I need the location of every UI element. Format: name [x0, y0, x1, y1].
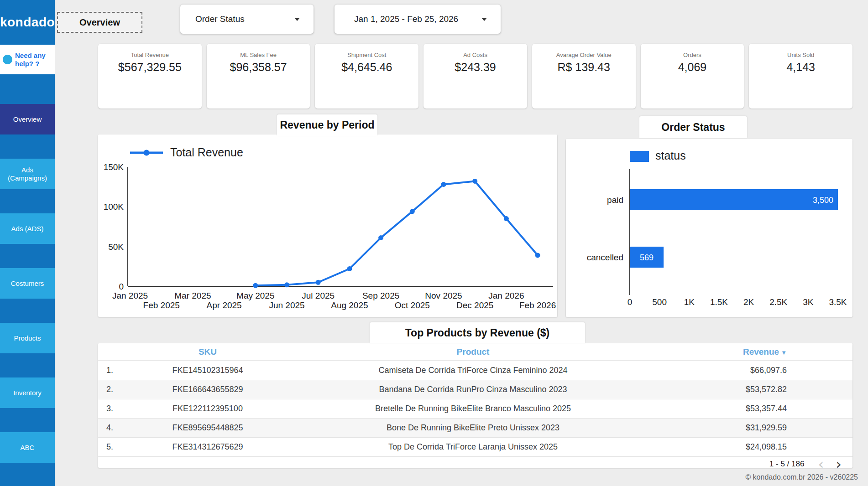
- kpi-card: Total Revenue$567,329.55: [98, 44, 202, 109]
- sidebar-item-products[interactable]: Products: [0, 323, 55, 353]
- kpi-value: $96,358.57: [207, 61, 310, 74]
- sidebar-item-abc[interactable]: ABC: [0, 432, 55, 463]
- svg-text:1K: 1K: [684, 297, 695, 307]
- svg-text:1.5K: 1.5K: [710, 297, 728, 307]
- sidebar-nav: OverviewAds (Campaigns)Ads (ADS)Costumer…: [0, 104, 55, 463]
- product-cell: Camiseta De Corrida TriForce Cinza Femin…: [285, 366, 661, 375]
- svg-text:Jan 2025: Jan 2025: [112, 291, 148, 300]
- svg-text:0: 0: [119, 282, 124, 291]
- kpi-label: ML Sales Fee: [207, 52, 310, 58]
- product-cell: Bretelle De Running BikeElite Branco Mas…: [285, 404, 661, 414]
- kpi-value: $243.39: [424, 61, 527, 74]
- svg-text:3,500: 3,500: [813, 196, 833, 205]
- row-index: 2.: [98, 385, 130, 394]
- svg-text:cancelled: cancelled: [587, 253, 623, 262]
- svg-text:Feb 2026: Feb 2026: [519, 300, 556, 310]
- dashboard: kondado Need any help? ? OverviewAds (Ca…: [0, 0, 868, 486]
- table-title: Top Products by Revenue ($): [370, 322, 585, 343]
- kpi-label: Shipment Cost: [315, 52, 418, 58]
- row-index: 5.: [98, 442, 130, 452]
- svg-text:May 2025: May 2025: [236, 291, 274, 300]
- chevron-down-icon: [481, 18, 487, 21]
- table-pagination: 1 - 5 / 186 ‹ ›: [98, 457, 852, 471]
- kpi-label: Ad Costs: [424, 52, 527, 58]
- tab-overview[interactable]: Overview: [57, 12, 142, 33]
- svg-text:500: 500: [652, 297, 667, 307]
- kpi-card: Orders4,069: [641, 44, 744, 109]
- help-label: Need any help? ?: [15, 52, 52, 67]
- table-row: 2.FKE166643655829Bandana De Corrida RunP…: [98, 380, 852, 399]
- svg-text:Jul 2025: Jul 2025: [302, 291, 335, 300]
- svg-text:Nov 2025: Nov 2025: [425, 291, 462, 300]
- revenue-cell: $24,098.15: [661, 442, 852, 452]
- row-index: 4.: [98, 423, 130, 433]
- sidebar-item-costumers[interactable]: Costumers: [0, 268, 55, 299]
- top-products-table: SKU Product Revenue▼ 1.FKE145102315964Ca…: [98, 343, 852, 468]
- kpi-value: $567,329.55: [98, 61, 202, 74]
- date-range-picker[interactable]: Jan 1, 2025 - Feb 25, 2026: [335, 5, 501, 34]
- table-row: 5.FKE314312675629Top De Corrida TriForce…: [98, 438, 852, 457]
- copyright-footer: © kondado.com.br 2026 - v260225: [745, 473, 858, 481]
- svg-text:150K: 150K: [104, 162, 124, 172]
- revenue-line-chart[interactable]: Total Revenue050K100K150KJan 2025Feb 202…: [98, 134, 557, 317]
- svg-text:569: 569: [640, 253, 654, 262]
- col-sku[interactable]: SKU: [130, 347, 285, 357]
- pagination-label: 1 - 5 / 186: [769, 460, 805, 469]
- kpi-row: Total Revenue$567,329.55ML Sales Fee$96,…: [98, 44, 852, 109]
- revenue-cell: $53,357.44: [661, 404, 852, 414]
- date-range-label: Jan 1, 2025 - Feb 25, 2026: [354, 14, 458, 24]
- product-cell: Bone De Running BikeElite Preto Unissex …: [285, 423, 661, 433]
- sort-desc-icon: ▼: [781, 349, 787, 356]
- sidebar-item-inventory[interactable]: Inventory: [0, 377, 55, 408]
- svg-text:status: status: [655, 149, 686, 162]
- product-cell: Top De Corrida TriForce Laranja Unissex …: [285, 442, 661, 452]
- table-row: 3.FKE122112395100Bretelle De Running Bik…: [98, 399, 852, 419]
- col-revenue[interactable]: Revenue▼: [661, 347, 852, 357]
- sku-cell: FKE122112395100: [130, 404, 285, 414]
- revenue-cell: $31,929.59: [661, 423, 852, 433]
- svg-text:Jun 2025: Jun 2025: [269, 300, 304, 310]
- svg-text:Feb 2025: Feb 2025: [143, 300, 180, 310]
- kpi-value: 4,143: [749, 61, 852, 74]
- kpi-card: Shipment Cost$4,645.46: [315, 44, 418, 109]
- order-status-bar-chart[interactable]: status3,500paid569cancelled05001K1.5K2K2…: [566, 139, 852, 317]
- svg-text:50K: 50K: [108, 242, 124, 252]
- svg-text:Total Revenue: Total Revenue: [170, 146, 243, 159]
- kpi-value: R$ 139.43: [532, 61, 636, 74]
- svg-text:2.5K: 2.5K: [769, 297, 787, 307]
- sidebar-item-ads-ads[interactable]: Ads (ADS): [0, 213, 55, 244]
- sidebar-item-ads-campaigns[interactable]: Ads (Campaigns): [0, 159, 55, 189]
- table-header-row: SKU Product Revenue▼: [98, 343, 852, 361]
- table-row: 4.FKE895695448825Bone De Running BikeEli…: [98, 419, 852, 438]
- kpi-label: Units Sold: [749, 52, 852, 58]
- svg-text:Dec 2025: Dec 2025: [456, 300, 493, 310]
- revenue-cell: $66,097.6: [661, 366, 852, 375]
- order-status-filter[interactable]: Order Status: [180, 5, 314, 34]
- kpi-card: Avarage Order ValueR$ 139.43: [532, 44, 636, 109]
- svg-text:Aug 2025: Aug 2025: [331, 300, 368, 310]
- kpi-label: Orders: [641, 52, 744, 58]
- help-link[interactable]: Need any help? ?: [0, 45, 55, 74]
- table-row: 1.FKE145102315964Camiseta De Corrida Tri…: [98, 361, 852, 380]
- svg-text:Mar 2025: Mar 2025: [174, 291, 211, 300]
- col-product[interactable]: Product: [285, 347, 661, 357]
- sidebar-item-overview[interactable]: Overview: [0, 104, 55, 134]
- sku-cell: FKE314312675629: [130, 442, 285, 452]
- next-page-icon[interactable]: ›: [836, 460, 842, 469]
- product-cell: Bandana De Corrida RunPro Cinza Masculin…: [285, 385, 661, 394]
- svg-text:paid: paid: [607, 195, 623, 205]
- svg-text:2K: 2K: [743, 297, 754, 307]
- sidebar: kondado Need any help? ? OverviewAds (Ca…: [0, 0, 55, 486]
- revenue-chart-title: Revenue by Period: [277, 114, 377, 136]
- svg-text:Oct 2025: Oct 2025: [395, 300, 430, 310]
- sku-cell: FKE145102315964: [130, 366, 285, 375]
- revenue-cell: $53,572.82: [661, 385, 852, 394]
- sku-cell: FKE895695448825: [130, 423, 285, 433]
- help-dot-icon: [3, 55, 12, 64]
- row-index: 3.: [98, 404, 130, 414]
- svg-text:3.5K: 3.5K: [829, 297, 847, 307]
- chevron-down-icon: [294, 18, 300, 21]
- kpi-label: Total Revenue: [98, 52, 202, 58]
- svg-text:0: 0: [627, 297, 633, 307]
- prev-page-icon[interactable]: ‹: [818, 460, 824, 469]
